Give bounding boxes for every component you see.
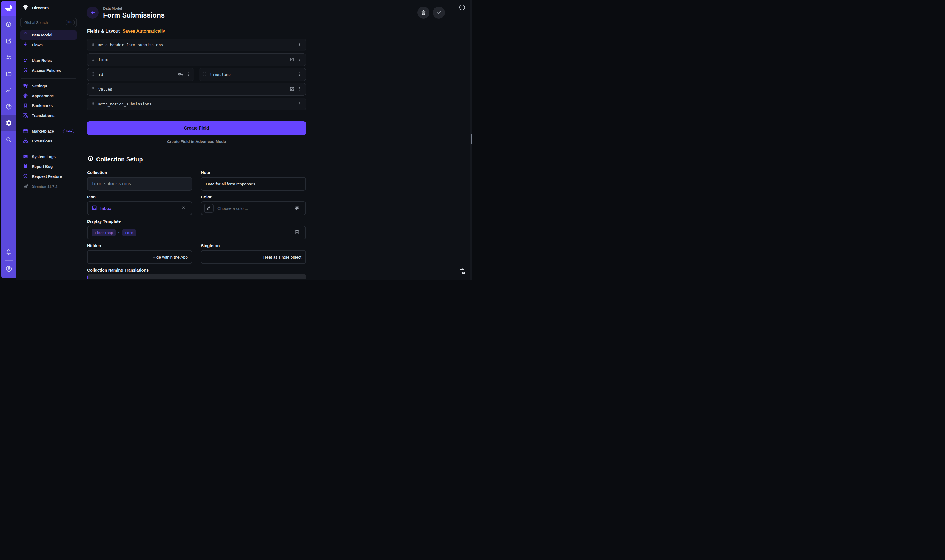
scrollbar-thumb[interactable] [471, 134, 472, 144]
collection-input: form_submissions [87, 177, 192, 191]
drag-handle-icon[interactable] [202, 71, 207, 78]
storefront-icon [23, 128, 28, 134]
icon-input[interactable]: Inbox [87, 202, 192, 215]
field-menu-button[interactable] [297, 71, 303, 78]
module-help[interactable] [1, 98, 16, 115]
color-palette-button[interactable] [293, 205, 302, 212]
add-box-icon [294, 229, 300, 236]
sidebar-item-translations[interactable]: Translations [20, 111, 77, 120]
field-row[interactable]: values [87, 83, 306, 95]
singleton-checkbox[interactable] [205, 254, 259, 260]
drag-handle-icon[interactable] [90, 101, 95, 108]
key-icon [178, 71, 183, 78]
version-label: Directus 11.7.2 [32, 185, 58, 189]
directus-rabbit-icon[interactable] [1, 1, 16, 16]
user-menu-button[interactable] [1, 261, 16, 277]
help-icon [5, 103, 12, 110]
sidebar-item-extensions[interactable]: Extensions [20, 137, 77, 146]
info-icon [459, 4, 466, 12]
insights-icon [5, 87, 12, 94]
field-row[interactable]: id [87, 68, 194, 81]
module-content[interactable] [1, 16, 16, 32]
color-input[interactable] [217, 206, 293, 211]
page-scrollbar[interactable] [470, 0, 472, 280]
create-field-button[interactable]: Create Field [87, 122, 306, 135]
field-menu-button[interactable] [297, 100, 303, 108]
add-template-field-button[interactable] [293, 229, 302, 236]
bug-icon [23, 163, 28, 170]
more-vert-icon [297, 71, 302, 77]
field-row[interactable]: form [87, 54, 306, 66]
trash-icon [420, 9, 426, 16]
display-template-input[interactable]: Timestamp • Form [87, 226, 306, 240]
hidden-input: Hide within the App [87, 250, 192, 264]
sidebar-item-access-policies[interactable]: Access Policies [20, 66, 77, 75]
sidebar-item-bookmarks[interactable]: Bookmarks [20, 101, 77, 111]
drag-handle-icon[interactable] [90, 42, 95, 48]
field-menu-button[interactable] [185, 71, 191, 78]
sidebar-item-data-model[interactable]: Data Model [20, 31, 77, 40]
field-row[interactable]: timestamp [199, 68, 306, 81]
category-icon [23, 138, 28, 145]
drag-handle-icon[interactable] [90, 86, 95, 92]
delete-collection-button[interactable] [417, 6, 429, 18]
field-name: timestamp [210, 72, 231, 77]
open-relation-button[interactable] [289, 86, 295, 93]
info-sidebar-button[interactable] [457, 3, 467, 13]
note-input-wrap [201, 177, 306, 191]
naming-translations-widget[interactable] [87, 274, 306, 279]
save-button[interactable] [433, 6, 445, 18]
template-chip[interactable]: Timestamp [92, 229, 115, 237]
sidebar-item-request-feature[interactable]: Request Feature [20, 172, 77, 181]
sidebar-item-label: Request Feature [32, 174, 62, 178]
hidden-checkbox[interactable] [92, 254, 149, 260]
sidebar-item-label: Bookmarks [32, 103, 52, 108]
field-menu-button[interactable] [297, 56, 303, 63]
field-row[interactable]: meta_header_form_submissions [87, 38, 306, 51]
color-swatch-button[interactable] [204, 203, 214, 213]
module-settings[interactable] [1, 115, 16, 131]
activity-sidebar-button[interactable] [458, 267, 466, 277]
sidebar-item-system-logs[interactable]: System Logs [20, 152, 77, 162]
bookmark-icon [23, 103, 28, 109]
project-row[interactable]: Directus [20, 0, 77, 15]
sidebar-item-label: System Logs [32, 154, 55, 159]
create-field-advanced-link[interactable]: Create Field in Advanced Mode [87, 140, 306, 144]
sidebar-item-flows[interactable]: Flows [20, 40, 77, 49]
sidebar-item-report-bug[interactable]: Report Bug [20, 162, 77, 171]
singleton-label: Singleton [201, 243, 306, 248]
module-files[interactable] [1, 66, 16, 82]
notifications-button[interactable] [1, 245, 16, 260]
template-chip[interactable]: Form [122, 229, 136, 237]
sidebar-item-user-roles[interactable]: User Roles [20, 56, 77, 65]
section-divider [87, 166, 306, 166]
drag-handle-icon[interactable] [90, 71, 95, 78]
field-menu-button[interactable] [297, 86, 303, 93]
field-row[interactable]: meta_notice_submissions [87, 98, 306, 111]
sidebar-item-appearance[interactable]: Appearance [20, 91, 77, 100]
sidebar-item-label: Extensions [32, 139, 52, 143]
drag-handle-icon[interactable] [90, 57, 95, 63]
clear-icon-button[interactable] [179, 205, 188, 211]
note-input[interactable] [205, 182, 302, 186]
module-insights[interactable] [1, 82, 16, 98]
app-window: Directus ⌘K Data Model Flows [0, 0, 472, 280]
sidebar-divider [20, 123, 77, 124]
module-editor[interactable] [1, 32, 16, 49]
search-input[interactable] [24, 20, 66, 25]
palette-icon [294, 205, 300, 211]
sidebar-item-marketplace[interactable]: Marketplace Beta [20, 126, 77, 136]
sidebar-item-label: Flows [32, 43, 43, 47]
sidebar-item-settings[interactable]: Settings [20, 82, 77, 91]
field-menu-button[interactable] [297, 42, 303, 49]
beta-badge: Beta [63, 129, 74, 134]
global-search[interactable]: ⌘K [20, 18, 77, 27]
field-name: meta_notice_submissions [99, 102, 152, 106]
back-button[interactable] [86, 6, 99, 18]
module-search[interactable] [1, 131, 16, 148]
fields-layout-heading: Fields & Layout [87, 29, 120, 34]
module-users[interactable] [1, 49, 16, 66]
fields-list: meta_header_form_submissions form [87, 38, 306, 111]
people-icon [5, 54, 12, 61]
open-relation-button[interactable] [289, 57, 295, 63]
